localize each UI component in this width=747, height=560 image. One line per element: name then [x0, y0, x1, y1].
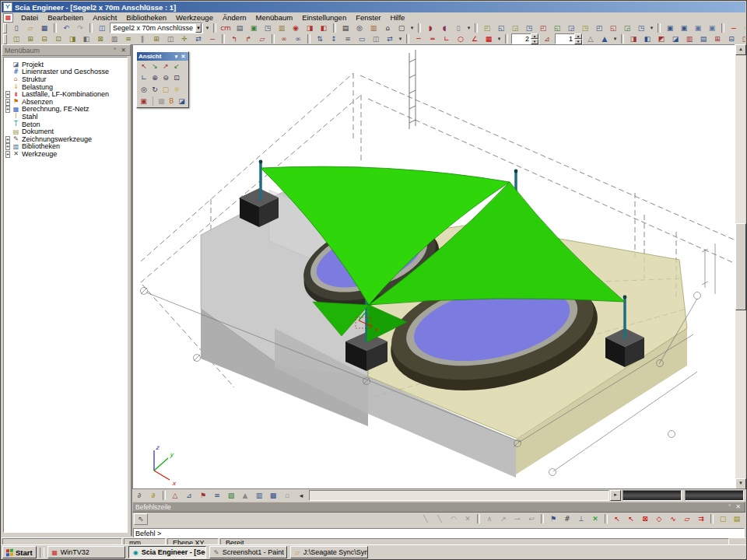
snap-on-icon[interactable]: ✕ — [588, 513, 602, 525]
move5-icon[interactable]: ◫ — [369, 33, 383, 45]
cascade3-icon[interactable]: ▣ — [691, 23, 705, 34]
link2-icon[interactable]: ◖ — [437, 23, 451, 34]
draw-double-icon[interactable]: ═ — [426, 33, 440, 45]
section2-icon[interactable]: ∂ — [146, 490, 160, 502]
redo-icon[interactable]: ↷ — [73, 23, 87, 34]
snap-dir-icon[interactable]: ↗ — [496, 513, 510, 525]
snap-line-icon[interactable]: ╲ — [419, 513, 433, 525]
picture-gallery-icon[interactable]: ▣ — [247, 23, 261, 34]
start-button[interactable]: Start — [2, 546, 37, 558]
menu-item-ndern[interactable]: Ändern — [218, 12, 251, 23]
pin-icon[interactable]: ° — [110, 47, 119, 54]
beam12-icon[interactable]: ◫ — [163, 33, 177, 45]
view-y-icon[interactable]: ↘ — [149, 61, 160, 72]
units-icon[interactable]: cm — [219, 23, 233, 34]
beam3-icon[interactable]: ⊟ — [37, 33, 51, 45]
sidebar-item-linienrasterundgeschosse[interactable]: #Linienraster und Geschosse — [4, 68, 127, 76]
move3-icon[interactable]: ≡ — [341, 33, 355, 45]
snap-node1-icon[interactable]: ↖ — [610, 513, 624, 525]
wall-outline[interactable] — [409, 50, 416, 129]
dialog-red-icon[interactable]: ◨ — [303, 23, 317, 34]
node1-icon[interactable]: ◨ — [626, 33, 640, 45]
coord-system-icon[interactable]: ∟ — [139, 73, 149, 83]
new-icon[interactable]: ▯ — [9, 23, 23, 34]
win-view3-icon[interactable]: ◲ — [508, 23, 522, 34]
section1-icon[interactable]: ∂ — [132, 490, 146, 502]
scale-spinner[interactable]: 2▴▾ — [511, 33, 539, 44]
menu-item-einstellungen[interactable]: Einstellungen — [297, 12, 351, 23]
win-view11-icon[interactable]: ◲ — [620, 23, 634, 34]
node8-icon[interactable]: ⊟ — [724, 33, 738, 45]
snap-mid-icon[interactable]: ⊠ — [638, 513, 652, 525]
zoom-window-icon[interactable]: ⊡ — [171, 73, 182, 83]
sidebar-item-belastung[interactable]: ⇓Belastung — [4, 83, 127, 91]
gallery-book-icon[interactable]: ▥ — [366, 23, 381, 34]
print-icon[interactable]: ▤ — [338, 23, 352, 34]
win-view10-icon[interactable]: ◱ — [606, 23, 620, 34]
snap-curve-icon[interactable]: ∿ — [666, 513, 680, 525]
taskbar-button-screenshot1p[interactable]: ✎Screenshot1 - Paint — [209, 546, 287, 558]
blank-icon[interactable]: ▫ — [280, 490, 294, 502]
select1-icon[interactable]: ↰ — [227, 33, 241, 45]
sidebar-item-zeichnungswerkzeuge[interactable]: +✎Zeichnungswerkzeuge — [4, 135, 127, 143]
beam14-icon[interactable]: ⇄ — [191, 33, 205, 45]
node5-icon[interactable]: ▥ — [682, 33, 696, 45]
home-icon[interactable]: ⌂ — [381, 23, 395, 34]
node2-icon[interactable]: ◧ — [640, 33, 654, 45]
beam15-icon[interactable]: − — [205, 33, 219, 45]
beam5-icon[interactable]: ◨ — [65, 33, 79, 45]
scroll-right-icon[interactable]: ► — [610, 490, 621, 501]
print-dropdown[interactable]: ▾ — [409, 23, 416, 33]
grid-snap-icon[interactable]: # — [560, 513, 574, 525]
expand-icon[interactable]: + — [5, 151, 10, 158]
draw-dropdown[interactable]: ▾ — [496, 34, 503, 44]
close-icon[interactable]: ✕ — [119, 47, 128, 54]
snap-face-icon[interactable]: ▱ — [680, 513, 694, 525]
scroll-down-icon[interactable]: ▼ — [735, 478, 746, 489]
snap-vertex-icon[interactable]: ∧ — [482, 513, 496, 525]
sidebar-item-werkzeuge[interactable]: +✕Werkzeuge — [4, 150, 127, 158]
pin-icon[interactable]: ° — [725, 503, 734, 511]
menu-item-bibliotheken[interactable]: Bibliotheken — [121, 12, 171, 23]
palette-title-bar[interactable]: Ansicht ▾ ✕ — [137, 52, 188, 61]
beam11-icon[interactable]: ⊞ — [149, 33, 163, 45]
beam10-icon[interactable]: ∥ — [135, 33, 149, 45]
win-view4-icon[interactable]: ◳ — [522, 23, 536, 34]
node9-icon[interactable]: ◫ — [738, 33, 745, 45]
win-view7-icon[interactable]: ◲ — [564, 23, 578, 34]
close-icon[interactable]: ✕ — [180, 53, 187, 60]
model-viewport[interactable]: x z y x Ansicht ▾ ✕ — [132, 44, 735, 489]
save-icon[interactable]: ▦ — [37, 23, 51, 34]
win-view1-icon[interactable]: ◰ — [480, 23, 494, 34]
cursor-flag-icon[interactable]: ⚑ — [546, 513, 560, 525]
axo-icon[interactable]: △ — [168, 490, 182, 502]
view-z-icon[interactable]: ↗ — [160, 61, 171, 72]
sidebar-item-struktur[interactable]: ⌂Struktur — [4, 75, 127, 83]
view-x-icon[interactable]: ↖ — [139, 61, 149, 72]
chain1-icon[interactable]: ∞ — [277, 33, 291, 45]
project-manager-icon[interactable]: ◫ — [95, 23, 109, 34]
chain2-icon[interactable]: ∞ — [291, 33, 305, 45]
draw-grid-icon[interactable]: ▦ — [482, 33, 496, 45]
sidebar-item-absenzen[interactable]: +⚑Absenzen — [4, 98, 127, 106]
pin-icon[interactable]: ▯ — [451, 23, 465, 34]
link1-icon[interactable]: ◗ — [423, 23, 437, 34]
win-view9-icon[interactable]: ◰ — [592, 23, 606, 34]
vertical-scrollbar[interactable]: ▲ ▼ — [735, 44, 745, 489]
window-views-dropdown[interactable]: ▾ — [648, 23, 655, 33]
activity-combobox[interactable]: Segel2 x 70m Anschlüsse▾ — [110, 23, 203, 33]
layer-folder-icon[interactable]: ▢ — [160, 85, 171, 95]
menu-item-ansicht[interactable]: Ansicht — [88, 12, 121, 23]
node6-icon[interactable]: ▤ — [696, 33, 710, 45]
slope-icon[interactable]: △ — [584, 33, 598, 45]
layer-set-icon[interactable]: ▲ — [598, 33, 612, 45]
scale-dropdown[interactable]: ▾ — [612, 34, 619, 44]
menu-item-menbaum[interactable]: Menübaum — [251, 12, 298, 23]
snap-table-icon[interactable]: ▤ — [730, 513, 744, 525]
beam7-icon[interactable]: ⊠ — [93, 33, 107, 45]
select-poly-icon[interactable]: ▱ — [255, 33, 269, 45]
level-spinner[interactable]: 1▴▾ — [555, 33, 583, 44]
camera2-icon[interactable]: ▩ — [156, 96, 167, 107]
snap-delete-icon[interactable]: ✕ — [461, 513, 475, 525]
layers-icon[interactable]: ▥ — [252, 490, 266, 502]
